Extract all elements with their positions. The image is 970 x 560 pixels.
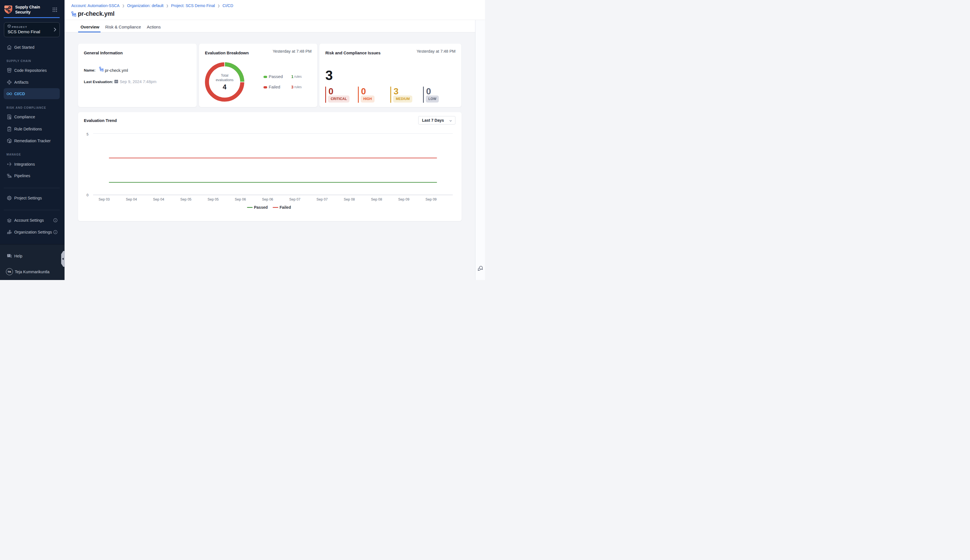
svg-text:?: ?: [8, 254, 9, 257]
svg-text:Sep 09: Sep 09: [398, 197, 409, 201]
svg-text:Sep 07: Sep 07: [316, 197, 327, 201]
svg-text:Passed: Passed: [254, 205, 268, 210]
svg-text:Sep 04: Sep 04: [126, 197, 137, 201]
svg-text:Sep 07: Sep 07: [289, 197, 301, 201]
svg-text:5: 5: [87, 132, 88, 136]
svg-text:Sep 06: Sep 06: [262, 197, 273, 201]
svg-text:Sep 09: Sep 09: [425, 197, 437, 201]
svg-text:Sep 05: Sep 05: [180, 197, 191, 201]
svg-text:Sep 08: Sep 08: [344, 197, 355, 201]
svg-text:Sep 03: Sep 03: [99, 197, 110, 201]
svg-text:Sep 04: Sep 04: [153, 197, 164, 201]
svg-text:Sep 08: Sep 08: [371, 197, 382, 201]
svg-text:0: 0: [87, 193, 88, 197]
svg-text:Sep 05: Sep 05: [207, 197, 219, 201]
svg-text:Sep 06: Sep 06: [234, 197, 246, 201]
svg-text:Failed: Failed: [280, 205, 291, 210]
